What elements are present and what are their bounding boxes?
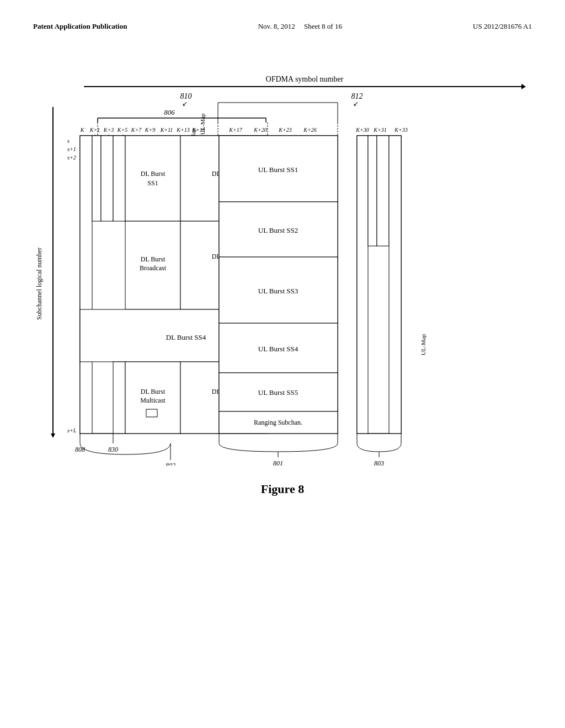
svg-text:Broadcast: Broadcast [140,264,167,272]
svg-text:K+31: K+31 [373,127,386,133]
page: Patent Application Publication Nov. 8, 2… [0,0,565,728]
svg-text:K+5: K+5 [117,127,127,133]
svg-rect-80 [377,136,389,246]
svg-text:UL Burst SS1: UL Burst SS1 [258,165,298,174]
svg-text:↙: ↙ [353,100,359,108]
ofdma-arrow-line [84,86,525,87]
svg-text:↙: ↙ [182,100,188,108]
y-axis-arrowhead [51,433,55,438]
ofdma-label: OFDMA symbol number [62,75,547,84]
svg-text:Ranging Subchan.: Ranging Subchan. [254,419,302,426]
svg-text:801: 801 [273,459,283,465]
page-header: Patent Application Publication Nov. 8, 2… [33,22,532,31]
svg-text:802: 802 [166,462,175,465]
svg-text:K+17: K+17 [228,127,242,133]
svg-rect-58 [146,409,157,417]
diagram-svg: 810 ↙ 812 ↙ 806 K K+1 K+3 K+5 K+7 K+9 K+… [65,90,528,465]
svg-text:K+26: K+26 [303,127,316,133]
svg-text:DL Burst SS4: DL Burst SS4 [166,333,206,341]
svg-text:K+9: K+9 [145,127,155,133]
svg-rect-37 [125,136,180,221]
svg-text:UL-Map: UL-Map [420,334,427,355]
svg-text:UL-Map: UL-Map [199,113,206,135]
svg-text:s: s [67,138,70,144]
svg-text:K+23: K+23 [278,127,291,133]
svg-text:s+1: s+1 [67,146,76,152]
figure-area: OFDMA symbol number Subchannel logical n… [40,75,525,465]
svg-text:K+20: K+20 [253,127,266,133]
svg-text:K+3: K+3 [103,127,114,133]
svg-text:DL Burst: DL Burst [141,170,166,178]
patent-number: US 2012/281676 A1 [473,22,532,31]
publication-label: Patent Application Publication [33,22,127,31]
y-axis-label: Subchannel logical number [35,124,44,443]
svg-text:UL Burst SS2: UL Burst SS2 [258,226,298,234]
svg-text:UL Burst SS4: UL Burst SS4 [258,345,299,353]
svg-text:SS1: SS1 [147,179,158,187]
svg-text:UL Burst SS5: UL Burst SS5 [258,388,298,397]
svg-text:UL Burst SS3: UL Burst SS3 [258,287,298,295]
svg-text:806: 806 [164,108,175,116]
svg-rect-29 [80,136,92,433]
svg-text:810: 810 [180,92,192,100]
figure-caption: Figure 8 [33,482,532,496]
svg-text:s+L: s+L [67,427,77,433]
y-axis-line [52,107,54,433]
svg-text:K+13: K+13 [176,127,189,133]
svg-text:K+1: K+1 [89,127,100,133]
svg-rect-33 [101,136,113,221]
svg-text:K+33: K+33 [394,127,407,133]
svg-rect-53 [113,362,125,433]
svg-text:K: K [80,127,85,133]
svg-rect-35 [113,136,125,221]
svg-text:K+11: K+11 [160,127,173,133]
svg-text:K+30: K+30 [355,127,369,133]
svg-text:803: 803 [374,459,384,465]
ofdma-arrow [84,86,525,87]
svg-rect-76 [357,136,368,433]
svg-text:830: 830 [108,446,118,453]
svg-text:808: 808 [75,446,85,453]
svg-rect-31 [92,136,101,221]
date-label: Nov. 8, 2012 Sheet 8 of 16 [258,22,342,31]
svg-rect-78 [368,136,377,246]
svg-text:s+2: s+2 [67,154,76,160]
svg-text:812: 812 [351,92,363,100]
y-axis-arrow [51,107,55,438]
diagram-wrapper: Subchannel logical number 810 ↙ 812 ↙ 80… [45,90,525,465]
svg-text:DL Burst: DL Burst [141,255,166,263]
svg-text:K+7: K+7 [131,127,142,133]
svg-text:Multicast: Multicast [140,397,166,404]
svg-text:DL Burst: DL Burst [141,388,166,395]
svg-rect-82 [389,136,401,433]
